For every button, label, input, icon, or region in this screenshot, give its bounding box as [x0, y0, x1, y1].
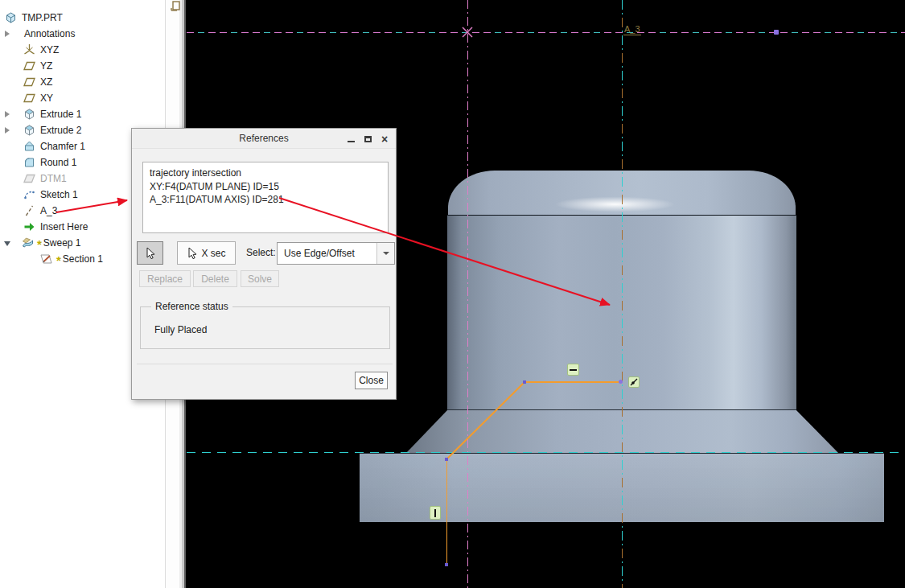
references-dialog: References × trajectory intersection XY:… [131, 128, 397, 400]
extrude-icon [23, 108, 36, 121]
specular-highlight [553, 196, 678, 212]
horizontal-glyph [570, 369, 577, 371]
datum-point-marker[interactable] [774, 30, 779, 35]
datum-plane-icon [23, 92, 36, 105]
expand-arrow-icon[interactable] [2, 111, 11, 117]
xsec-button[interactable]: X sec [177, 241, 236, 265]
group-title: Reference status [151, 301, 232, 312]
point-on-entity-glyph [629, 377, 639, 387]
tree-item-extrude-1[interactable]: Extrude 1 [0, 106, 165, 122]
sketch-vertex[interactable] [523, 380, 526, 384]
tree-item-tmp-prt[interactable]: TMP.PRT [0, 10, 165, 26]
tree-item-annotations[interactable]: Annotations [0, 26, 165, 42]
sweep-icon [21, 236, 35, 249]
sketch-line-vertical[interactable] [446, 459, 448, 565]
tree-item-yz[interactable]: YZ [0, 58, 165, 74]
dropdown-arrow-button[interactable] [376, 243, 394, 264]
datum-axis-a3-line[interactable] [622, 0, 623, 588]
datum-plane-edge-horizontal-top[interactable] [187, 32, 905, 33]
vertical-constraint-icon[interactable] [430, 506, 441, 520]
delete-button[interactable]: Delete [193, 270, 237, 287]
datum-plane-xy-line[interactable] [187, 452, 905, 453]
dialog-separator [137, 364, 393, 364]
csys-icon [23, 43, 36, 56]
reference-status-group: Reference status Fully Placed [140, 306, 390, 349]
sketch-vertex[interactable] [445, 458, 448, 461]
chamfer-icon [23, 140, 36, 153]
datum-plane-icon-grayed [23, 172, 36, 185]
section-icon [38, 253, 54, 265]
reference-list-item[interactable]: trajectory intersection [150, 167, 381, 180]
select-mode-button[interactable] [137, 241, 163, 265]
select-filter-dropdown[interactable]: Use Edge/Offset [277, 242, 395, 265]
minimize-button[interactable] [346, 134, 356, 144]
application-window: A_3 TMP.PRT Annotations [0, 0, 905, 588]
select-label: Select: [246, 247, 276, 258]
sketch-endpoint-on-axis[interactable] [619, 380, 623, 384]
status-value: Fully Placed [154, 324, 207, 335]
horizontal-constraint-icon[interactable] [567, 364, 579, 376]
expand-arrow-icon[interactable] [2, 31, 11, 37]
round-icon [23, 156, 36, 169]
tree-item-xz[interactable]: XZ [0, 74, 165, 90]
expand-arrow-icon[interactable] [2, 127, 11, 134]
datum-plane-edge-vertical[interactable] [467, 0, 468, 588]
sketch-endpoint[interactable] [445, 563, 448, 566]
datum-plane-icon [23, 60, 36, 72]
references-list[interactable]: trajectory intersection XY:F4(DATUM PLAN… [142, 162, 389, 233]
sash-toggle-icon[interactable] [171, 1, 182, 12]
maximize-button[interactable] [363, 134, 372, 144]
dialog-titlebar[interactable]: References × [132, 129, 396, 149]
dropdown-value: Use Edge/Offset [278, 248, 376, 259]
sketch-icon [23, 188, 36, 201]
insert-arrow-icon [23, 220, 36, 233]
solve-button[interactable]: Solve [241, 270, 279, 287]
part-icon [4, 11, 18, 24]
reference-list-item[interactable]: A_3:F11(DATUM AXIS) ID=281 [150, 193, 381, 207]
close-button[interactable]: Close [355, 372, 388, 389]
datum-plane-icon [23, 76, 36, 88]
tree-item-xyz[interactable]: XYZ [0, 42, 165, 58]
chevron-down-icon [383, 252, 389, 255]
cursor-icon [187, 247, 197, 260]
pending-asterisk: * [37, 241, 42, 249]
point-on-entity-constraint-icon[interactable] [628, 376, 640, 388]
extrude-icon [23, 124, 36, 137]
datum-cross-marker[interactable] [461, 26, 474, 39]
close-icon[interactable]: × [380, 134, 389, 144]
axis-a3-label[interactable]: A_3 [623, 24, 641, 35]
tree-item-xy[interactable]: XY [0, 90, 165, 106]
pending-asterisk: * [56, 257, 61, 265]
xsec-label: X sec [201, 248, 225, 259]
replace-button[interactable]: Replace [139, 270, 191, 287]
reference-list-item[interactable]: XY:F4(DATUM PLANE) ID=15 [150, 180, 381, 194]
sketch-line-horizontal[interactable] [524, 381, 621, 383]
vertical-glyph [434, 509, 436, 517]
cursor-icon [145, 247, 155, 260]
collapse-arrow-icon[interactable] [2, 240, 11, 246]
axis-icon [23, 204, 36, 217]
dialog-title: References [239, 133, 288, 144]
